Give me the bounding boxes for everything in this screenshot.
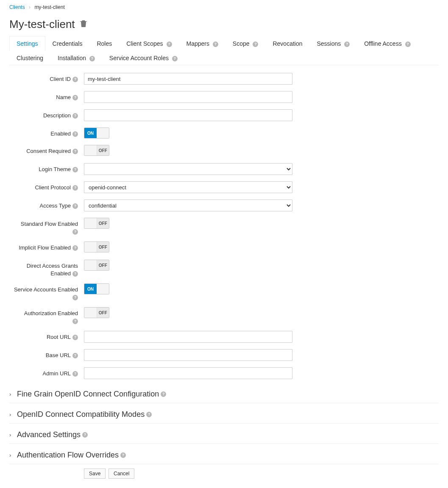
description-input[interactable]	[84, 109, 292, 121]
label-base-url: Base URL?	[9, 349, 84, 359]
chevron-right-icon: ›	[9, 391, 14, 397]
help-icon[interactable]: ?	[146, 412, 152, 417]
help-icon[interactable]: ?	[213, 42, 218, 47]
tab-offline-access[interactable]: Offline Access ?	[357, 36, 417, 51]
tab-clustering[interactable]: Clustering	[9, 50, 50, 65]
consent-required-toggle[interactable]: OFF	[84, 145, 109, 156]
chevron-right-icon: ›	[9, 432, 14, 438]
help-icon[interactable]: ?	[82, 432, 88, 438]
root-url-input[interactable]	[84, 331, 292, 343]
help-icon[interactable]: ?	[72, 185, 78, 191]
tab-sessions[interactable]: Sessions ?	[310, 36, 357, 51]
section-openid-connect-compatibility-modes[interactable]: ›OpenID Connect Compatibility Modes ?	[9, 406, 439, 424]
help-icon[interactable]: ?	[344, 42, 350, 47]
breadcrumb: Clients › my-test-client	[9, 4, 439, 10]
help-icon[interactable]: ?	[167, 42, 172, 47]
access-type-select[interactable]: confidential	[84, 200, 292, 211]
help-icon[interactable]: ?	[89, 56, 95, 61]
help-icon[interactable]: ?	[72, 113, 78, 119]
chevron-right-icon: ›	[9, 452, 14, 458]
help-icon[interactable]: ?	[72, 77, 78, 82]
breadcrumb-current: my-test-client	[34, 4, 64, 10]
trash-icon[interactable]	[80, 19, 87, 29]
help-icon[interactable]: ?	[72, 319, 78, 324]
section-title: Fine Grain OpenID Connect Configuration	[17, 390, 159, 399]
tab-settings[interactable]: Settings	[9, 36, 45, 51]
chevron-right-icon: ›	[9, 411, 14, 418]
tab-mappers[interactable]: Mappers ?	[179, 36, 225, 51]
label-standard-flow: Standard Flow Enabled?	[9, 218, 84, 235]
help-icon[interactable]: ?	[172, 56, 178, 61]
label-service-accounts: Service Accounts Enabled?	[9, 283, 84, 301]
help-icon[interactable]: ?	[72, 167, 78, 172]
label-enabled: Enabled?	[9, 128, 84, 138]
label-authorization: Authorization Enabled?	[9, 307, 84, 324]
tab-roles[interactable]: Roles	[89, 36, 119, 51]
section-advanced-settings[interactable]: ›Advanced Settings ?	[9, 426, 439, 444]
help-icon[interactable]: ?	[253, 42, 258, 47]
help-icon[interactable]: ?	[72, 353, 78, 358]
enabled-toggle[interactable]: ON	[84, 128, 109, 139]
name-input[interactable]	[84, 91, 292, 103]
client-id-input[interactable]	[84, 73, 292, 85]
help-icon[interactable]: ?	[72, 131, 78, 137]
standard-flow-toggle[interactable]: OFF	[84, 218, 109, 229]
breadcrumb-parent-link[interactable]: Clients	[9, 4, 25, 10]
save-button[interactable]: Save	[84, 469, 106, 479]
help-icon[interactable]: ?	[161, 391, 166, 397]
help-icon[interactable]: ?	[405, 42, 411, 47]
tab-service-account-roles[interactable]: Service Account Roles ?	[102, 50, 185, 65]
help-icon[interactable]: ?	[72, 95, 78, 100]
cancel-button[interactable]: Cancel	[109, 469, 134, 479]
page-title: My-test-client	[9, 18, 439, 31]
section-authentication-flow-overrides[interactable]: ›Authentication Flow Overrides ?	[9, 446, 439, 464]
help-icon[interactable]: ?	[72, 203, 78, 209]
label-implicit-flow: Implicit Flow Enabled?	[9, 241, 84, 252]
section-fine-grain-openid-connect-configuration[interactable]: ›Fine Grain OpenID Connect Configuration…	[9, 385, 439, 403]
label-admin-url: Admin URL?	[9, 367, 84, 377]
admin-url-input[interactable]	[84, 367, 292, 379]
label-root-url: Root URL?	[9, 331, 84, 341]
authorization-toggle[interactable]: OFF	[84, 307, 109, 318]
help-icon[interactable]: ?	[120, 452, 126, 458]
help-icon[interactable]: ?	[72, 149, 78, 154]
chevron-right-icon: ›	[29, 4, 31, 10]
tab-client-scopes[interactable]: Client Scopes ?	[119, 36, 179, 51]
tab-revocation[interactable]: Revocation	[265, 36, 309, 51]
tab-installation[interactable]: Installation ?	[50, 50, 102, 65]
implicit-flow-toggle[interactable]: OFF	[84, 241, 109, 252]
label-name: Name?	[9, 91, 84, 101]
section-title: OpenID Connect Compatibility Modes	[17, 410, 145, 419]
help-icon[interactable]: ?	[72, 245, 78, 251]
tab-scope[interactable]: Scope ?	[225, 36, 266, 51]
label-access-type: Access Type?	[9, 200, 84, 210]
page-title-text: My-test-client	[9, 18, 75, 31]
login-theme-select[interactable]	[84, 163, 292, 175]
label-client-protocol: Client Protocol?	[9, 181, 84, 191]
service-accounts-toggle[interactable]: ON	[84, 283, 109, 294]
client-protocol-select[interactable]: openid-connect	[84, 181, 292, 193]
help-icon[interactable]: ?	[72, 271, 78, 277]
tabs: SettingsCredentialsRolesClient Scopes ?M…	[9, 36, 439, 65]
section-title: Advanced Settings	[17, 430, 81, 439]
section-title: Authentication Flow Overrides	[17, 451, 119, 460]
base-url-input[interactable]	[84, 349, 292, 361]
label-consent-required: Consent Required?	[9, 145, 84, 155]
tab-credentials[interactable]: Credentials	[45, 36, 90, 51]
direct-access-toggle[interactable]: OFF	[84, 260, 109, 271]
help-icon[interactable]: ?	[72, 371, 78, 377]
help-icon[interactable]: ?	[72, 295, 78, 300]
help-icon[interactable]: ?	[72, 229, 78, 235]
help-icon[interactable]: ?	[72, 335, 78, 340]
label-login-theme: Login Theme?	[9, 163, 84, 173]
label-direct-access: Direct Access Grants Enabled?	[9, 260, 84, 277]
label-description: Description?	[9, 109, 84, 119]
label-client-id: Client ID?	[9, 73, 84, 83]
